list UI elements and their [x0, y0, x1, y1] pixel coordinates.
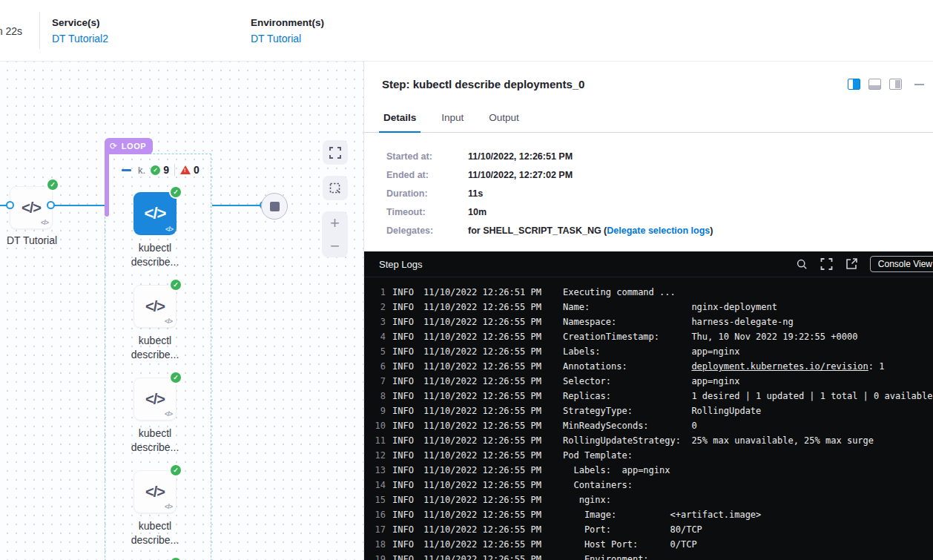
log-line: 2INFO11/10/2022 12:26:55 PMName: nginx-d… [364, 300, 933, 314]
log-timestamp: 11/10/2022 12:26:55 PM [423, 507, 541, 522]
search-icon[interactable] [797, 259, 808, 270]
tab-input[interactable]: Input [440, 112, 465, 132]
log-line-number: 5 [368, 344, 386, 359]
code-icon: </> [145, 391, 165, 408]
open-in-new-icon[interactable] [845, 258, 857, 270]
environment-link[interactable]: DT Tutorial [251, 33, 301, 45]
log-line-number: 1 [368, 285, 386, 300]
log-line: 11INFO11/10/2022 12:26:55 PMRollingUpdat… [364, 433, 933, 448]
edge-start-to-loop [54, 205, 105, 206]
log-message: Pod Template: [563, 448, 633, 463]
log-level: INFO [392, 285, 414, 300]
log-line-number: 7 [368, 374, 386, 389]
minimize-icon[interactable] [914, 84, 924, 85]
tab-details[interactable]: Details [382, 112, 418, 132]
stop-icon [270, 202, 280, 211]
code-icon: </> [145, 484, 165, 501]
fullscreen-icon[interactable] [820, 258, 833, 270]
loop-group-header: k. ✓ 9 0 [122, 162, 200, 177]
success-check-icon: ✓ [47, 179, 58, 190]
log-level: INFO [392, 537, 414, 552]
log-timestamp: 11/10/2022 12:26:55 PM [423, 478, 541, 493]
delegates-suffix: ) [710, 225, 713, 236]
log-line: 5INFO11/10/2022 12:26:55 PMLabels: app=n… [364, 344, 933, 359]
tab-output[interactable]: Output [487, 112, 521, 132]
step-logs-header: Step Logs Conso [364, 251, 933, 277]
detail-label: Duration: [386, 188, 468, 199]
start-step-node[interactable]: </> </> [10, 186, 53, 229]
collapse-icon[interactable] [122, 169, 131, 171]
code-icon: </> [145, 204, 166, 223]
count-divider [174, 164, 175, 176]
zoom-out-button[interactable]: − [322, 234, 348, 257]
log-timestamp: 11/10/2022 12:26:55 PM [423, 403, 541, 418]
log-timestamp: 11/10/2022 12:26:55 PM [423, 418, 541, 433]
log-message: Annotations: deployment.kubernetes.io/re… [563, 359, 885, 374]
step-node[interactable]: </></> [133, 285, 177, 328]
code-mini-icon: </> [165, 503, 172, 510]
loop-badge: ⟳ LOOP [105, 138, 153, 154]
success-check-icon: ✓ [171, 280, 181, 290]
marquee-select-button[interactable] [323, 176, 348, 200]
delegates-prefix: for SHELL_SCRIPT_TASK_NG ( [468, 225, 607, 236]
step-details-panel: Step: kubectl describe deployments_0 Det… [363, 62, 933, 560]
code-mini-icon: </> [165, 225, 173, 233]
service-link[interactable]: DT Tutorial2 [52, 33, 108, 45]
step-node[interactable]: </></> [133, 192, 177, 235]
zoom-in-button[interactable]: + [322, 211, 348, 234]
services-label: Service(s) [52, 17, 108, 28]
log-lines[interactable]: 1INFO11/10/2022 12:26:51 PMExecuting com… [364, 277, 933, 560]
detail-label: Delegates: [386, 225, 468, 236]
fit-to-screen-button[interactable] [323, 140, 348, 165]
log-message: Image: <+artifact.image> [563, 507, 761, 522]
stop-node[interactable] [261, 193, 288, 220]
log-level: INFO [392, 522, 414, 537]
log-timestamp: 11/10/2022 12:26:55 PM [423, 522, 541, 537]
detail-row: Timeout: 10m [386, 207, 933, 217]
log-line-number: 10 [368, 418, 386, 433]
log-line-number: 16 [368, 507, 386, 522]
detail-value: 11/10/2022, 12:27:02 PM [468, 170, 573, 180]
log-line-number: 11 [368, 433, 386, 448]
port-icon [47, 201, 55, 209]
log-level: INFO [392, 493, 414, 507]
step-node-label: kubectl describe... [114, 334, 196, 362]
detail-label: Timeout: [386, 207, 468, 217]
harness-execution-view: m 22s Service(s) DT Tutorial2 Environmen… [0, 0, 933, 560]
log-message: Replicas: 1 desired | 1 updated | 1 tota… [563, 389, 933, 403]
step-node-label: kubectl describe... [114, 426, 196, 455]
console-view-button[interactable]: Console View [870, 256, 933, 272]
log-message: MinReadySeconds: 0 [563, 418, 697, 433]
step-node[interactable]: </></> [133, 470, 177, 513]
log-line: 7INFO11/10/2022 12:26:55 PMSelector: app… [364, 374, 933, 389]
log-message: Host Port: 0/TCP [563, 537, 697, 552]
port-icon [6, 201, 14, 209]
log-timestamp: 11/10/2022 12:26:51 PM [423, 285, 541, 300]
success-check-icon: ✓ [171, 372, 181, 383]
step-logs-title: Step Logs [379, 259, 797, 270]
bottom-view-icon[interactable] [868, 79, 881, 90]
pipeline-canvas[interactable]: </> </> ✓ DT Tutorial ⟳ LOOP k. ✓ 9 0 [0, 62, 363, 560]
log-message: Name: nginx-deployment [563, 300, 777, 314]
fullscreen-icon [329, 147, 341, 159]
services-block: Service(s) DT Tutorial2 [52, 17, 108, 45]
log-link[interactable]: deployment.kubernetes.io/revision [691, 361, 868, 372]
log-line: 13INFO11/10/2022 12:26:55 PM Labels: app… [364, 463, 933, 478]
log-line-number: 6 [368, 359, 386, 374]
step-node[interactable]: </></> [133, 378, 177, 421]
log-line: 4INFO11/10/2022 12:26:55 PMCreationTimes… [364, 329, 933, 344]
detail-value: 11s [468, 188, 483, 199]
log-timestamp: 11/10/2022 12:26:55 PM [423, 448, 541, 463]
log-line-number: 2 [368, 300, 386, 314]
log-message: Environment: [563, 552, 649, 560]
delegate-selection-logs-link[interactable]: Delegate selection logs [607, 225, 710, 236]
success-check-icon: ✓ [171, 187, 181, 197]
topbar-divider [39, 12, 40, 49]
panel-header: Step: kubectl describe deployments_0 [364, 62, 933, 102]
right-view-icon[interactable] [889, 79, 902, 90]
detail-value: 10m [468, 207, 487, 217]
log-message: Labels: app=nginx [563, 463, 670, 478]
log-line: 18INFO11/10/2022 12:26:55 PM Host Port: … [364, 537, 933, 552]
split-view-icon[interactable] [848, 79, 860, 90]
log-message: RollingUpdateStrategy: 25% max unavailab… [563, 433, 874, 448]
